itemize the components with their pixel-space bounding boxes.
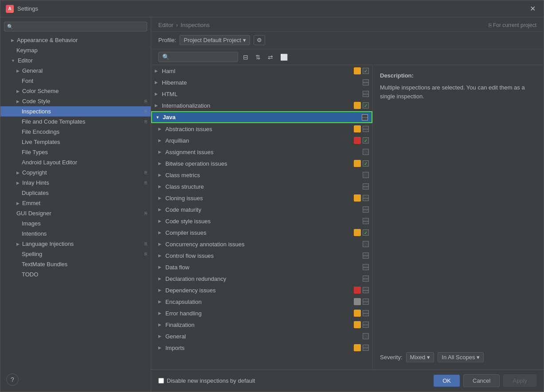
- inspection-checkbox[interactable]: —: [363, 218, 369, 224]
- inspection-checkbox[interactable]: —: [363, 299, 369, 305]
- sidebar-item-color-scheme[interactable]: ▶ Color Scheme: [0, 86, 151, 96]
- row-arrow-icon: ▶: [158, 173, 164, 177]
- inspection-row-dependency[interactable]: ▶ Dependency issues —: [151, 284, 372, 296]
- inspection-checkbox[interactable]: —: [362, 114, 368, 120]
- sidebar-item-images[interactable]: Images: [0, 218, 151, 229]
- cancel-button[interactable]: Cancel: [463, 374, 500, 387]
- inspection-row-finalization[interactable]: ▶ Finalization —: [151, 319, 372, 330]
- inspection-checkbox[interactable]: —: [363, 310, 369, 316]
- close-button[interactable]: ✕: [527, 4, 538, 14]
- sidebar-item-code-style[interactable]: ▶ Code Style ⎘: [0, 96, 151, 106]
- profile-dropdown[interactable]: Project Default Project ▾: [180, 35, 250, 45]
- inspection-checkbox[interactable]: [363, 149, 369, 155]
- sidebar-item-editor[interactable]: ▼ Editor: [0, 55, 151, 66]
- sidebar-item-textmate[interactable]: TextMate Bundles: [0, 259, 151, 269]
- inspection-row-i18n[interactable]: ▶ Internationalization ✓: [151, 100, 372, 111]
- inspection-row-assignment[interactable]: ▶ Assignment issues: [151, 146, 372, 158]
- row-arrow-icon: ▶: [155, 80, 160, 85]
- inspection-row-code-maturity[interactable]: ▶ Code maturity —: [151, 204, 372, 215]
- sidebar-item-keymap[interactable]: Keymap: [0, 45, 151, 55]
- inspection-row-class-metrics[interactable]: ▶ Class metrics: [151, 169, 372, 181]
- inspection-row-imports[interactable]: ▶ Imports —: [151, 342, 372, 353]
- inspection-checkbox[interactable]: ✓: [363, 137, 369, 144]
- sidebar-item-intentions[interactable]: Intentions: [0, 229, 151, 239]
- inspection-checkbox[interactable]: —: [363, 91, 369, 97]
- inspection-checkbox[interactable]: —: [363, 206, 369, 213]
- inspection-row-html[interactable]: ▶ HTML —: [151, 88, 372, 100]
- inspection-name: Class structure: [165, 183, 361, 190]
- inspection-checkbox[interactable]: ✓: [363, 68, 369, 74]
- inspection-checkbox[interactable]: [363, 172, 369, 178]
- inspection-row-cloning[interactable]: ▶ Cloning issues —: [151, 192, 372, 204]
- sidebar-item-font[interactable]: Font: [0, 76, 151, 86]
- sidebar-item-inlay-hints[interactable]: ▶ Inlay Hints ⎘: [0, 178, 151, 188]
- inspection-row-hibernate[interactable]: ▶ Hibernate —: [151, 77, 372, 88]
- inspections-search-field[interactable]: 🔍: [158, 52, 238, 62]
- ok-button[interactable]: OK: [434, 375, 460, 387]
- scope-dropdown[interactable]: In All Scopes ▾: [438, 352, 484, 362]
- inspection-checkbox[interactable]: —: [363, 264, 369, 270]
- arrow-icon: ▶: [16, 69, 20, 73]
- sidebar-item-language-injections[interactable]: ▶ Language Injections ⎘: [0, 239, 151, 249]
- apply-button[interactable]: Apply: [503, 374, 536, 387]
- copy-icon: ⎘: [145, 170, 147, 175]
- sidebar-item-general[interactable]: ▶ General: [0, 66, 151, 76]
- help-button[interactable]: ?: [6, 373, 19, 386]
- severity-dropdown[interactable]: Mixed ▾: [406, 352, 434, 362]
- inspection-name: Imports: [165, 345, 352, 351]
- sidebar-item-spelling[interactable]: Spelling ⎘: [0, 249, 151, 259]
- sidebar-item-file-types[interactable]: File Types: [0, 147, 151, 157]
- inspection-checkbox[interactable]: ✓: [363, 102, 369, 109]
- sidebar-item-file-encodings[interactable]: File Encodings: [0, 127, 151, 137]
- disable-check-input[interactable]: [158, 378, 164, 384]
- sidebar-item-appearance[interactable]: ▶ Appearance & Behavior: [0, 35, 151, 45]
- inspection-row-haml[interactable]: ▶ Haml ✓: [151, 65, 372, 77]
- inspection-row-bitwise[interactable]: ▶ Bitwise operation issues ✓: [151, 158, 372, 169]
- inspection-row-code-style-issues[interactable]: ▶ Code style issues —: [151, 215, 372, 227]
- inspection-row-concurrency[interactable]: ▶ Concurrency annotation issues: [151, 238, 372, 250]
- inspection-checkbox[interactable]: —: [363, 195, 369, 201]
- expand-button[interactable]: ⇅: [253, 52, 263, 62]
- profile-gear-button[interactable]: ⚙: [254, 35, 265, 45]
- sidebar-item-copyright[interactable]: ▶ Copyright ⎘: [0, 167, 151, 178]
- scope-value: In All Scopes: [442, 354, 475, 361]
- inspection-checkbox[interactable]: —: [363, 345, 369, 351]
- inspection-checkbox[interactable]: ✓: [363, 229, 369, 236]
- inspection-row-error-handling[interactable]: ▶ Error handling —: [151, 307, 372, 319]
- sidebar-item-inspections[interactable]: Inspections ⎘: [0, 106, 151, 116]
- inspection-row-java[interactable]: ▼ Java —: [151, 111, 372, 123]
- inspection-checkbox[interactable]: [363, 241, 369, 247]
- inspection-row-class-structure[interactable]: ▶ Class structure —: [151, 181, 372, 192]
- sidebar-item-todo[interactable]: TODO: [0, 269, 151, 279]
- inspection-row-abstraction[interactable]: ▶ Abstraction issues —: [151, 123, 372, 135]
- sidebar-item-android[interactable]: Android Layout Editor: [0, 157, 151, 167]
- inspection-row-arquillian[interactable]: ▶ Arquillian ✓: [151, 135, 372, 146]
- inspection-checkbox[interactable]: [363, 333, 369, 339]
- inspection-row-general[interactable]: ▶ General: [151, 330, 372, 342]
- sidebar-item-gui-designer[interactable]: GUI Designer ⎘: [0, 208, 151, 218]
- sidebar-search-input[interactable]: [15, 23, 144, 30]
- layout-button[interactable]: ⬜: [278, 52, 290, 62]
- sidebar-item-emmet[interactable]: ▶ Emmet: [0, 198, 151, 208]
- sidebar-item-file-templates[interactable]: File and Code Templates ⎘: [0, 116, 151, 127]
- filter-button[interactable]: ⊟: [241, 52, 250, 62]
- project-link[interactable]: ⎘ For current project: [489, 22, 536, 28]
- collapse-button[interactable]: ⇄: [266, 52, 275, 62]
- inspection-checkbox[interactable]: —: [363, 183, 369, 190]
- sidebar-item-live-templates[interactable]: Live Templates: [0, 137, 151, 147]
- inspection-row-data-flow[interactable]: ▶ Data flow —: [151, 261, 372, 273]
- inspection-checkbox[interactable]: —: [363, 79, 369, 85]
- sidebar-item-duplicates[interactable]: Duplicates: [0, 188, 151, 198]
- inspection-checkbox[interactable]: —: [363, 252, 369, 259]
- inspections-search-input[interactable]: [171, 54, 234, 60]
- inspection-row-control-flow[interactable]: ▶ Control flow issues —: [151, 250, 372, 261]
- inspection-checkbox[interactable]: —: [363, 322, 369, 328]
- sidebar-search-box[interactable]: 🔍: [4, 22, 147, 31]
- inspection-checkbox[interactable]: —: [363, 287, 369, 293]
- inspection-checkbox[interactable]: —: [363, 276, 369, 282]
- inspection-checkbox[interactable]: ✓: [363, 160, 369, 167]
- inspection-row-encapsulation[interactable]: ▶ Encapsulation —: [151, 296, 372, 307]
- inspection-row-declaration[interactable]: ▶ Declaration redundancy —: [151, 273, 372, 284]
- inspection-checkbox[interactable]: —: [363, 126, 369, 132]
- inspection-row-compiler[interactable]: ▶ Compiler issues ✓: [151, 227, 372, 238]
